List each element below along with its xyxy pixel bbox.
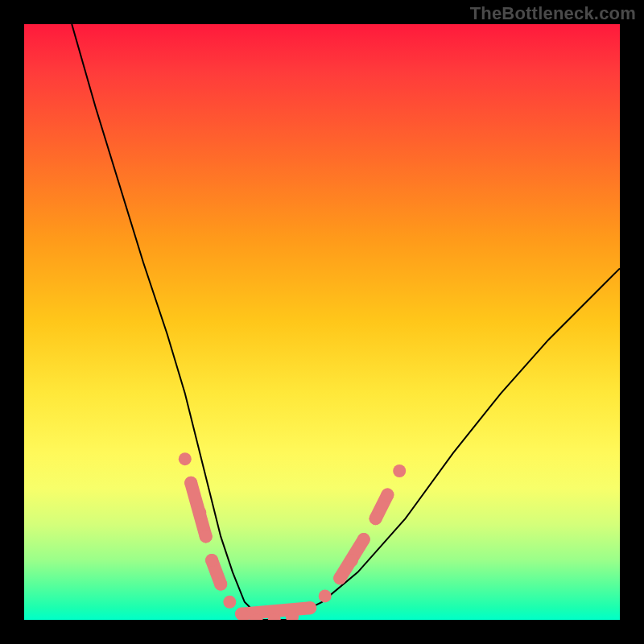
curve-layer [24, 24, 620, 620]
highlight-segments [191, 483, 387, 614]
highlight-dots [179, 452, 406, 620]
highlight-dot [333, 572, 346, 584]
chart-frame: TheBottleneck.com [0, 0, 644, 644]
highlight-dot [369, 512, 382, 525]
highlight-dot [179, 452, 192, 465]
highlight-dot [393, 464, 406, 477]
highlight-dot [235, 608, 248, 620]
highlight-dot [345, 554, 358, 567]
highlight-dot [214, 578, 227, 591]
highlight-dot [193, 506, 206, 519]
highlight-segment [242, 608, 310, 613]
highlight-dot [303, 601, 316, 614]
highlight-dot [357, 533, 370, 546]
watermark-label: TheBottleneck.com [470, 3, 636, 24]
highlight-dot [184, 477, 197, 489]
highlight-dot [223, 596, 236, 609]
highlight-dot [381, 489, 394, 502]
highlight-dot [205, 554, 218, 567]
highlight-dot [319, 589, 332, 602]
highlight-dot [200, 530, 213, 543]
plot-area [24, 24, 620, 620]
bottleneck-curve [72, 24, 620, 620]
